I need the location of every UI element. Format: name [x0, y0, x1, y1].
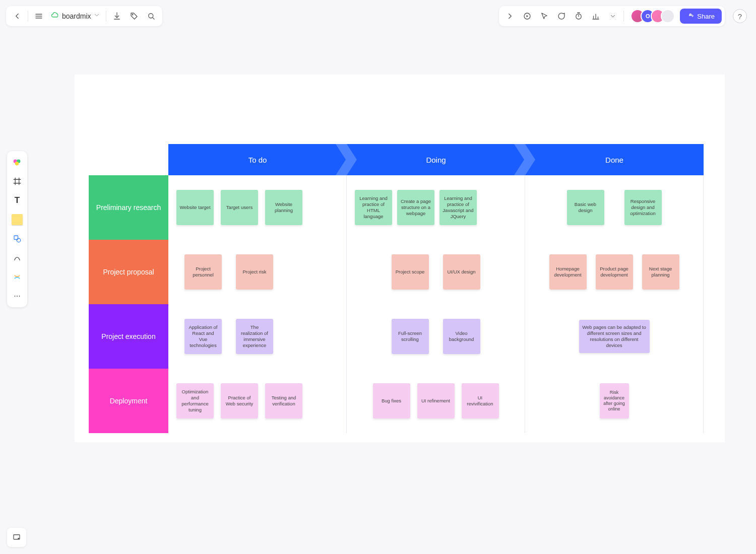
board-row: Preliminary research Website target Targ…	[89, 175, 704, 240]
card[interactable]: Create a page structure on a webpage	[397, 190, 434, 225]
card[interactable]: The realization of immersive experience	[236, 319, 273, 354]
tool-sidebar: T	[7, 151, 27, 307]
card[interactable]: Product page development	[596, 254, 633, 290]
frame-tool[interactable]	[9, 173, 25, 189]
card[interactable]: Project risk	[236, 254, 273, 290]
board-row: Deployment Optimization and performance …	[89, 369, 704, 433]
download-button[interactable]	[109, 8, 125, 24]
board-cell[interactable]: Risk avoidance after going online	[525, 369, 704, 433]
help-button[interactable]: ?	[733, 9, 747, 23]
card[interactable]: Testing and verification	[265, 383, 302, 419]
card[interactable]: Basic web design	[567, 190, 604, 225]
card[interactable]: UI refinement	[417, 383, 455, 419]
row-label: Deployment	[89, 369, 168, 433]
card[interactable]: Project personnel	[184, 254, 222, 290]
tag-button[interactable]	[126, 8, 142, 24]
more-button[interactable]	[605, 8, 621, 24]
kanban-board: To do Doing Done Preliminary research We…	[89, 144, 704, 433]
row-label: Project execution	[89, 304, 168, 369]
more-tools[interactable]	[9, 288, 25, 304]
svg-point-26	[17, 296, 18, 297]
svg-line-5	[152, 18, 154, 19]
chart-button[interactable]	[588, 8, 604, 24]
top-toolbar-right: O Share	[499, 6, 725, 26]
row-label: Project proposal	[89, 240, 168, 304]
brand-name: boardmix	[62, 12, 91, 20]
mindmap-tool[interactable]	[9, 269, 25, 285]
column-header: Doing	[347, 144, 525, 175]
svg-point-18	[15, 162, 19, 165]
card[interactable]: UI revivification	[462, 383, 499, 419]
svg-point-27	[19, 296, 20, 297]
card[interactable]: Practice of Web security	[221, 383, 258, 419]
card[interactable]: Application of React and Vue technologie…	[184, 319, 222, 354]
card[interactable]: Learning and practice of Javascript and …	[439, 190, 477, 225]
card[interactable]: Next stage planning	[642, 254, 679, 290]
svg-point-3	[132, 14, 133, 15]
sticky-note-tool[interactable]	[9, 212, 25, 228]
back-button[interactable]	[9, 8, 25, 24]
column-header-row: To do Doing Done	[89, 144, 704, 175]
brand-dropdown[interactable]: boardmix	[48, 8, 103, 24]
card[interactable]: Homepage development	[549, 254, 587, 290]
templates-tool[interactable]	[9, 154, 25, 170]
cursor-button[interactable]	[536, 8, 552, 24]
card[interactable]: Learning and practice of HTML language	[355, 190, 392, 225]
collaborator-avatars[interactable]: O	[631, 9, 675, 23]
board-cell[interactable]: Web pages can be adapted to different sc…	[525, 304, 704, 369]
svg-point-29	[18, 538, 19, 539]
column-header: To do	[168, 144, 347, 175]
cloud-icon	[51, 11, 60, 22]
board-cell[interactable]: Bug fixes UI refinement UI revivificatio…	[347, 369, 525, 433]
timer-button[interactable]	[571, 8, 587, 24]
card[interactable]: Website target	[176, 190, 214, 225]
text-tool[interactable]: T	[9, 192, 25, 209]
shape-tool[interactable]	[9, 231, 25, 247]
card[interactable]: Bug fixes	[373, 383, 410, 419]
card[interactable]: Optimization and performance tuning	[176, 383, 214, 419]
avatar	[661, 9, 675, 23]
connector-tool[interactable]	[9, 250, 25, 266]
card[interactable]: Risk avoidance after going online	[600, 383, 629, 419]
board-cell[interactable]: Homepage development Product page develo…	[525, 240, 704, 304]
board-cell[interactable]: Project personnel Project risk	[168, 240, 347, 304]
board-cell[interactable]: Website target Target users Website plan…	[168, 175, 347, 240]
board-cell[interactable]: Application of React and Vue technologie…	[168, 304, 347, 369]
card[interactable]: Responsive design and optimization	[624, 190, 662, 225]
board-cell[interactable]: Optimization and performance tuning Prac…	[168, 369, 347, 433]
svg-point-25	[15, 296, 16, 297]
row-label: Preliminary research	[89, 175, 168, 240]
top-toolbar-left: boardmix	[6, 6, 162, 26]
minimap-button[interactable]	[7, 528, 26, 547]
svg-point-24	[17, 238, 21, 242]
card[interactable]: Video background	[443, 319, 480, 354]
board-cell[interactable]: Basic web design Responsive design and o…	[525, 175, 704, 240]
board-cell[interactable]: Learning and practice of HTML language C…	[347, 175, 525, 240]
board-cell[interactable]: Full-screen scrolling Video background	[347, 304, 525, 369]
chevron-down-icon	[93, 12, 100, 21]
svg-marker-7	[527, 15, 529, 18]
search-button[interactable]	[143, 8, 159, 24]
comment-button[interactable]	[553, 8, 570, 24]
card[interactable]: Website planning	[265, 190, 302, 225]
share-button[interactable]: Share	[680, 9, 722, 24]
board-row: Project proposal Project personnel Proje…	[89, 240, 704, 304]
card[interactable]: Target users	[221, 190, 258, 225]
card[interactable]: Web pages can be adapted to different sc…	[579, 320, 650, 353]
canvas[interactable]: To do Doing Done Preliminary research We…	[75, 75, 725, 442]
column-header: Done	[525, 144, 704, 175]
share-label: Share	[697, 13, 715, 20]
expand-button[interactable]	[502, 8, 518, 24]
play-button[interactable]	[519, 8, 535, 24]
board-row: Project execution Application of React a…	[89, 304, 704, 369]
board-cell[interactable]: Project scope UI/UX design	[347, 240, 525, 304]
card[interactable]: Full-screen scrolling	[392, 319, 429, 354]
card[interactable]: UI/UX design	[443, 254, 480, 290]
card[interactable]: Project scope	[392, 254, 429, 290]
menu-button[interactable]	[31, 8, 47, 24]
